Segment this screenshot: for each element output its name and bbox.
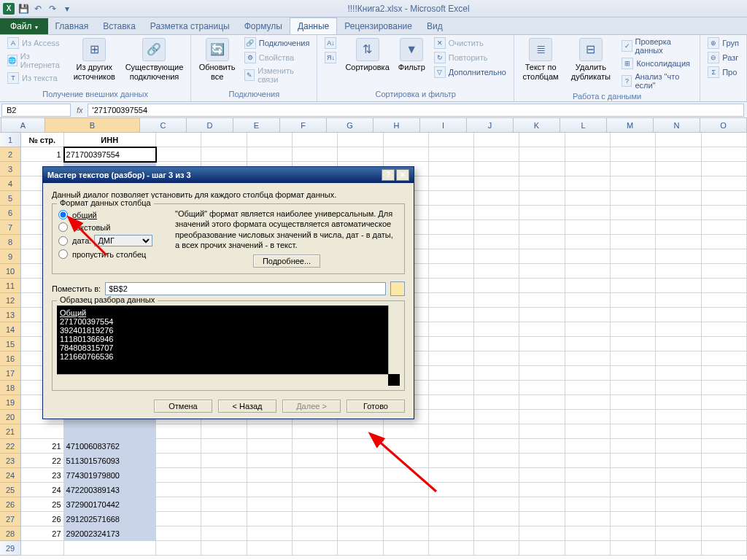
cell-M22[interactable] [611,439,656,454]
col-header-F[interactable]: F [280,118,327,132]
row-header[interactable]: 14 [0,322,21,337]
cell-K9[interactable] [519,249,565,264]
cell-A23[interactable]: 22 [21,454,63,468]
cell-C26[interactable] [156,497,201,512]
cell-N21[interactable] [656,424,701,439]
cell-B27[interactable]: 291202571668 [64,512,156,526]
cell-H24[interactable] [384,468,429,483]
cell-K8[interactable] [519,235,565,249]
cell-B25[interactable]: 472200389143 [64,483,156,497]
cell-E28[interactable] [247,526,293,541]
cell-J26[interactable] [474,497,519,512]
cell-L11[interactable] [565,279,611,293]
row-header[interactable]: 28 [0,526,21,541]
cell-O1[interactable] [702,133,747,147]
cell-I27[interactable] [429,512,474,526]
cell-J8[interactable] [474,235,519,249]
cell-F26[interactable] [293,497,338,512]
cell-I3[interactable] [429,162,474,176]
cell-M3[interactable] [611,162,656,176]
cell-N2[interactable] [656,147,701,162]
range-picker-button[interactable] [390,281,405,296]
cell-O2[interactable] [702,147,747,162]
cell-I4[interactable] [429,176,474,191]
cell-I18[interactable] [429,381,474,395]
cell-K4[interactable] [519,176,565,191]
fx-icon[interactable]: fx [72,106,88,114]
whatif-button[interactable]: ?Анализ "что если" [619,71,695,90]
cell-J4[interactable] [474,176,519,191]
cell-L8[interactable] [565,235,611,249]
row-header[interactable]: 8 [0,235,21,249]
cell-C28[interactable] [156,526,201,541]
cell-N25[interactable] [656,483,701,497]
back-button[interactable]: < Назад [218,400,276,413]
cell-H1[interactable] [384,133,429,147]
cell-K27[interactable] [519,512,565,526]
cell-O29[interactable] [702,541,747,556]
cell-K25[interactable] [519,483,565,497]
cell-I10[interactable] [429,264,474,279]
cell-A22[interactable]: 21 [21,439,63,454]
row-header[interactable]: 11 [0,279,21,293]
redo-icon[interactable]: ↷ [47,3,58,15]
cell-O7[interactable] [702,220,747,235]
cell-O21[interactable] [702,424,747,439]
row-header[interactable]: 18 [0,381,21,395]
col-header-L[interactable]: L [560,118,607,132]
name-box[interactable]: B2 [1,104,71,117]
cell-L5[interactable] [565,191,611,206]
cell-J6[interactable] [474,206,519,220]
row-header[interactable]: 5 [0,191,21,206]
from-text-button[interactable]: TИз текста [4,71,66,85]
cell-A29[interactable] [21,541,63,556]
tab-page-layout[interactable]: Разметка страницы [143,18,237,34]
cell-L20[interactable] [565,410,611,424]
from-other-button[interactable]: ⊞Из других источников [69,36,120,83]
cell-J19[interactable] [474,395,519,410]
group-button[interactable]: ⊕Груп [705,36,742,50]
row-header[interactable]: 29 [0,541,21,556]
cell-B26[interactable]: 372900170442 [64,497,156,512]
cell-F22[interactable] [293,439,338,454]
cell-J28[interactable] [474,526,519,541]
date-format-select[interactable]: ДМГ [94,235,152,246]
dialog-help-button[interactable]: ? [382,169,395,181]
cell-M12[interactable] [611,293,656,308]
cell-O18[interactable] [702,381,747,395]
cell-L18[interactable] [565,381,611,395]
cell-K11[interactable] [519,279,565,293]
cell-I20[interactable] [429,410,474,424]
cell-A27[interactable]: 26 [21,512,63,526]
cell-M13[interactable] [611,308,656,322]
cell-I1[interactable] [429,133,474,147]
cell-I6[interactable] [429,206,474,220]
cell-L28[interactable] [565,526,611,541]
cell-K18[interactable] [519,381,565,395]
cell-N9[interactable] [656,249,701,264]
cell-G28[interactable] [338,526,383,541]
cell-H26[interactable] [384,497,429,512]
cell-N7[interactable] [656,220,701,235]
cell-J27[interactable] [474,512,519,526]
cell-J11[interactable] [474,279,519,293]
cell-K19[interactable] [519,395,565,410]
cell-M29[interactable] [611,541,656,556]
cell-E24[interactable] [247,468,293,483]
qat-dropdown-icon[interactable]: ▾ [61,3,73,15]
cell-K15[interactable] [519,337,565,351]
cell-O26[interactable] [702,497,747,512]
row-header[interactable]: 19 [0,395,21,410]
row-header[interactable]: 20 [0,410,21,424]
cell-E2[interactable] [247,147,293,162]
cell-G21[interactable] [338,424,383,439]
cell-J17[interactable] [474,366,519,381]
cell-A28[interactable]: 27 [21,526,63,541]
col-header-K[interactable]: K [514,118,560,132]
cell-O15[interactable] [702,337,747,351]
cell-N14[interactable] [656,322,701,337]
cell-N24[interactable] [656,468,701,483]
cell-I14[interactable] [429,322,474,337]
cell-G24[interactable] [338,468,383,483]
cell-A25[interactable]: 24 [21,483,63,497]
